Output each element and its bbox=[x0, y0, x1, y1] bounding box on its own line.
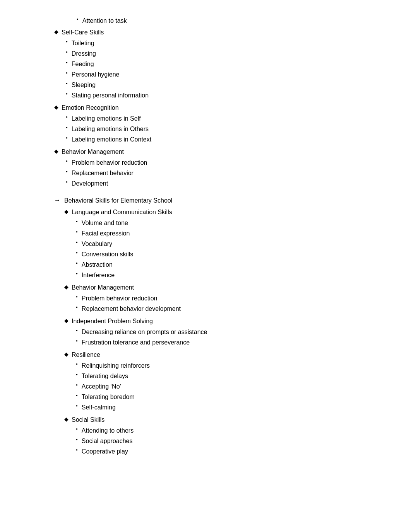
list-item: ● Personal hygiene bbox=[66, 70, 388, 79]
behavior-management-1-header: ◆ Behavior Management bbox=[54, 147, 388, 157]
item-label: Vocabulary bbox=[82, 239, 112, 249]
item-label: Replacement behavior bbox=[72, 169, 134, 178]
list-item: ● Volume and tone bbox=[76, 218, 388, 228]
item-label: Decreasing reliance on prompts or assist… bbox=[82, 327, 207, 337]
resilience-section: ◆ Resilience ● Relinquishing reinforcers… bbox=[64, 350, 388, 412]
item-label: Accepting ‘No’ bbox=[82, 382, 121, 391]
social-skills-label: Social Skills bbox=[72, 415, 104, 425]
diamond-icon: ◆ bbox=[54, 148, 58, 154]
diamond-icon: ◆ bbox=[64, 416, 68, 422]
emotion-recognition-section: ◆ Emotion Recognition ● Labeling emotion… bbox=[54, 103, 388, 144]
behavioral-skills-content: Behavioral Skills for Elementary School … bbox=[64, 196, 388, 459]
item-label: Volume and tone bbox=[82, 218, 128, 228]
bullet-icon: ● bbox=[76, 404, 78, 408]
emotion-recognition-label: Emotion Recognition bbox=[62, 103, 119, 113]
independent-problem-solving-label: Independent Problem Solving bbox=[72, 317, 153, 326]
bullet-icon: ● bbox=[76, 251, 78, 254]
bullet-icon: ● bbox=[76, 272, 78, 275]
bullet-icon: ● bbox=[66, 170, 68, 173]
list-item: ● Conversation skills bbox=[76, 250, 388, 259]
bullet-icon: ● bbox=[76, 373, 78, 376]
behavior-management-1-section: ◆ Behavior Management ● Problem behavior… bbox=[54, 147, 388, 188]
list-item: ● Tolerating boredom bbox=[76, 392, 388, 402]
bullet-icon: ● bbox=[76, 362, 78, 366]
bullet-icon: ● bbox=[76, 261, 78, 265]
bullet-icon: ● bbox=[76, 339, 78, 343]
emotion-recognition-list: ● Labeling emotions in Self ● Labeling e… bbox=[54, 114, 388, 144]
bullet-icon: ● bbox=[76, 220, 78, 223]
bullet-icon: ● bbox=[66, 159, 68, 163]
list-item: ● Stating personal information bbox=[66, 91, 388, 100]
attention-to-task-item: ● Attention to task bbox=[77, 16, 388, 26]
social-skills-list: ● Attending to others ● Social approache… bbox=[64, 426, 388, 456]
independent-problem-solving-list: ● Decreasing reliance on prompts or assi… bbox=[64, 327, 388, 347]
bullet-icon: ● bbox=[76, 438, 78, 441]
resilience-label: Resilience bbox=[72, 350, 100, 360]
attention-to-task-section: ● Attention to task bbox=[54, 16, 388, 26]
diamond-icon: ◆ bbox=[64, 317, 68, 324]
list-item: ● Interference bbox=[76, 271, 388, 280]
item-label: Attending to others bbox=[82, 426, 134, 435]
item-label: Facial expression bbox=[82, 229, 130, 238]
behavior-management-2-list: ● Problem behavior reduction ● Replaceme… bbox=[64, 294, 388, 314]
self-care-section: ◆ Self-Care Skills ● Toileting ● Dressin… bbox=[54, 28, 388, 100]
bullet-icon: ● bbox=[76, 448, 78, 452]
bullet-icon: ● bbox=[76, 383, 78, 387]
independent-problem-solving-header: ◆ Independent Problem Solving bbox=[64, 317, 388, 326]
list-item: ● Frustration tolerance and perseverance bbox=[76, 338, 388, 347]
behavior-management-2-label: Behavior Management bbox=[72, 283, 134, 292]
bullet-icon: ● bbox=[66, 136, 68, 140]
item-label: Relinquishing reinforcers bbox=[82, 361, 150, 370]
list-item: ● Replacement behavior development bbox=[76, 304, 388, 314]
bullet-icon: ● bbox=[76, 230, 78, 234]
self-care-list: ● Toileting ● Dressing ● Feeding ● Perso… bbox=[54, 39, 388, 100]
behavioral-skills-label: Behavioral Skills for Elementary School bbox=[64, 197, 172, 204]
resilience-list: ● Relinquishing reinforcers ● Tolerating… bbox=[64, 361, 388, 412]
diamond-icon: ◆ bbox=[54, 104, 58, 110]
social-skills-header: ◆ Social Skills bbox=[64, 415, 388, 425]
list-item: ● Social approaches bbox=[76, 437, 388, 446]
list-item: ● Labeling emotions in Others bbox=[66, 124, 388, 134]
diamond-icon: ◆ bbox=[64, 208, 68, 215]
bullet-icon: ● bbox=[76, 240, 78, 244]
list-item: ● Accepting ‘No’ bbox=[76, 382, 388, 391]
emotion-recognition-header: ◆ Emotion Recognition bbox=[54, 103, 388, 113]
behavioral-skills-header: → Behavioral Skills for Elementary Schoo… bbox=[54, 196, 388, 459]
list-item: ● Labeling emotions in Self bbox=[66, 114, 388, 123]
list-item: ● Problem behavior reduction bbox=[76, 294, 388, 303]
bullet-icon: ● bbox=[66, 61, 68, 64]
list-item: ● Sleeping bbox=[66, 80, 388, 90]
behavior-management-2-section: ◆ Behavior Management ● Problem behavior… bbox=[64, 283, 388, 314]
independent-problem-solving-section: ◆ Independent Problem Solving ● Decreasi… bbox=[64, 317, 388, 347]
item-label: Problem behavior reduction bbox=[82, 294, 158, 303]
item-label: Labeling emotions in Self bbox=[72, 114, 141, 123]
item-label: Dressing bbox=[72, 49, 96, 58]
item-label: Interference bbox=[82, 271, 115, 280]
list-item: ● Feeding bbox=[66, 60, 388, 69]
item-label: Tolerating boredom bbox=[82, 392, 135, 402]
list-item: ● Abstraction bbox=[76, 260, 388, 269]
language-comm-section: ◆ Language and Communication Skills ● Vo… bbox=[64, 208, 388, 280]
item-label: Development bbox=[72, 179, 108, 188]
self-care-label: Self-Care Skills bbox=[62, 28, 104, 37]
self-care-header: ◆ Self-Care Skills bbox=[54, 28, 388, 37]
item-label: Stating personal information bbox=[72, 91, 149, 100]
list-item: ● Tolerating delays bbox=[76, 372, 388, 381]
attention-to-task-label: Attention to task bbox=[82, 16, 127, 26]
diamond-icon: ◆ bbox=[64, 284, 68, 290]
item-label: Personal hygiene bbox=[72, 70, 120, 79]
list-item: ● Development bbox=[66, 179, 388, 188]
item-label: Labeling emotions in Context bbox=[72, 135, 151, 144]
behavior-management-1-list: ● Problem behavior reduction ● Replaceme… bbox=[54, 158, 388, 188]
list-item: ● Replacement behavior bbox=[66, 169, 388, 178]
bullet-icon: ● bbox=[76, 394, 78, 397]
item-label: Cooperative play bbox=[82, 447, 128, 456]
list-item: ● Vocabulary bbox=[76, 239, 388, 249]
social-skills-section: ◆ Social Skills ● Attending to others ● … bbox=[64, 415, 388, 456]
list-item: ● Dressing bbox=[66, 49, 388, 58]
bullet-icon: ● bbox=[66, 40, 68, 43]
bullet-icon: ● bbox=[66, 92, 68, 95]
diamond-icon: ◆ bbox=[54, 29, 58, 35]
outline-container: ● Attention to task ◆ Self-Care Skills ●… bbox=[23, 16, 388, 459]
bullet-icon: ● bbox=[76, 295, 78, 298]
